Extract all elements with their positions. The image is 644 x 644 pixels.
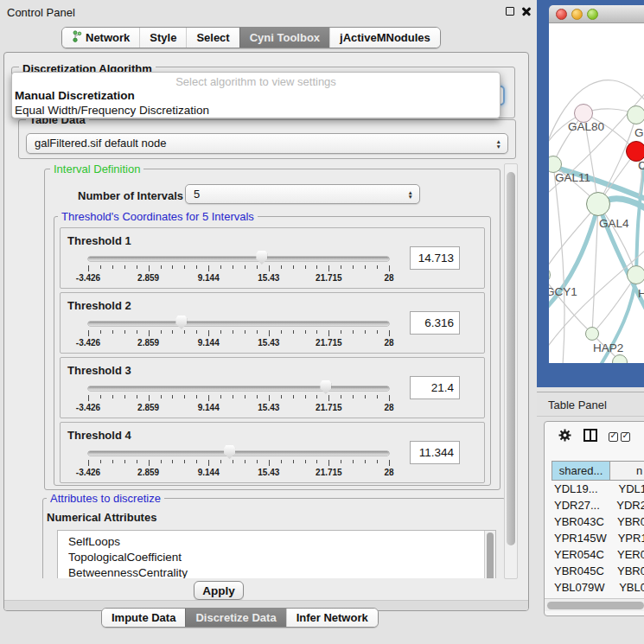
slider-thumb[interactable] bbox=[320, 380, 331, 394]
network-canvas[interactable]: GAL80GCGAL11GAL4GCY1HHAP2 bbox=[549, 23, 644, 363]
algorithm-placeholder-option[interactable]: Select algorithm to view settings bbox=[12, 73, 500, 88]
attributes-list-scrollbar[interactable] bbox=[484, 531, 495, 578]
tab-infer-network-label: Infer Network bbox=[296, 611, 368, 624]
tab-style[interactable]: Style bbox=[139, 28, 186, 48]
tab-network[interactable]: Network bbox=[62, 28, 139, 48]
table-row[interactable]: YBR045CYBR0 bbox=[552, 563, 644, 579]
thresholds-group-title: Threshold's Coordinates for 5 Intervals bbox=[58, 210, 258, 223]
number-of-intervals-combo[interactable]: 5 ▲▼ bbox=[185, 184, 420, 204]
tab-discretize-data[interactable]: Discretize Data bbox=[185, 609, 285, 627]
tick-label: 21.715 bbox=[316, 468, 342, 477]
tab-cyni-toolbox[interactable]: Cyni Toolbox bbox=[239, 28, 329, 48]
column-header-name[interactable]: n bbox=[610, 462, 644, 480]
attribute-list-item[interactable]: SelfLoops bbox=[58, 534, 495, 550]
close-panel-icon[interactable] bbox=[521, 6, 532, 16]
table-panel-toolbar bbox=[545, 422, 644, 451]
table-row[interactable]: YER054CYER0 bbox=[552, 546, 644, 563]
slider-thumb[interactable] bbox=[175, 316, 187, 329]
scrollbar-thumb[interactable] bbox=[547, 602, 644, 609]
threshold-row: Threshold 4-3.4262.8599.14415.4321.71528 bbox=[60, 422, 485, 483]
close-traffic-light[interactable] bbox=[556, 9, 567, 20]
column-header-shared-name[interactable]: shared... bbox=[552, 462, 610, 480]
network-node[interactable] bbox=[627, 265, 644, 284]
network-node-label: HAP2 bbox=[593, 341, 623, 354]
split-columns-icon[interactable] bbox=[583, 429, 597, 444]
tab-select[interactable]: Select bbox=[186, 28, 239, 48]
table-data-combo[interactable]: galFiltered.sif default node ▲▼ bbox=[26, 133, 508, 154]
tick-label: 15.43 bbox=[258, 338, 279, 348]
table-row[interactable]: YIL052CYIL0 bbox=[552, 612, 644, 616]
algorithm-option-manual[interactable]: Manual Discretization bbox=[12, 88, 500, 103]
slider-ticks bbox=[88, 330, 389, 338]
tick-label: 21.715 bbox=[316, 273, 342, 283]
tab-jactivemnodules[interactable]: jActiveMNodules bbox=[329, 28, 440, 48]
table-column-headers: shared... n bbox=[552, 461, 644, 481]
threshold-value-field[interactable] bbox=[410, 441, 460, 464]
tick-label: 28 bbox=[384, 338, 393, 348]
checkbox-checked-icon[interactable] bbox=[609, 432, 618, 442]
threshold-value-field[interactable] bbox=[410, 246, 460, 270]
gear-icon[interactable] bbox=[558, 428, 572, 445]
interval-definition-group-title: Interval Definition bbox=[50, 163, 143, 175]
table-cell-shared-name: YDL19... bbox=[552, 482, 607, 495]
float-window-icon[interactable] bbox=[506, 7, 514, 16]
slider-track bbox=[88, 322, 389, 326]
settings-vertical-scrollbar[interactable] bbox=[504, 163, 518, 579]
attributes-group-title: Attributes to discretize bbox=[47, 492, 164, 505]
table-panel-title: Table Panel bbox=[548, 399, 607, 411]
table-row[interactable]: YDR27...YDR2 bbox=[552, 497, 644, 513]
network-node[interactable] bbox=[627, 105, 644, 124]
slider-thumb[interactable] bbox=[224, 445, 235, 459]
slider-ticks bbox=[88, 395, 389, 403]
table-cell-name: YDL1 bbox=[607, 482, 644, 495]
table-cell-name: YPR1 bbox=[607, 532, 644, 545]
tab-impute-data[interactable]: Impute Data bbox=[102, 609, 185, 627]
tick-label: 2.859 bbox=[137, 338, 159, 348]
checkbox-checked-icon[interactable] bbox=[621, 432, 630, 442]
table-horizontal-scrollbar[interactable] bbox=[545, 598, 644, 611]
slider-thumb[interactable] bbox=[256, 251, 267, 265]
network-window-titlebar[interactable] bbox=[549, 5, 644, 23]
table-cell-name: YIL0 bbox=[610, 614, 644, 616]
top-tab-bar: Network Style Select Cyni Toolbox jActiv… bbox=[61, 27, 441, 48]
network-icon bbox=[72, 30, 82, 45]
attribute-list-item[interactable]: TopologicalCoefficient bbox=[58, 550, 495, 565]
slider-ticks bbox=[88, 460, 389, 468]
network-node[interactable] bbox=[586, 192, 610, 216]
cyni-toolbox-panel: Discretization Algorithm Select algorith… bbox=[3, 52, 529, 611]
tick-label: 2.859 bbox=[137, 403, 159, 412]
scrollbar-thumb[interactable] bbox=[487, 532, 494, 578]
tab-infer-network[interactable]: Infer Network bbox=[286, 609, 378, 627]
table-row[interactable]: YPR145WYPR1 bbox=[552, 530, 644, 546]
threshold-label: Threshold 2 bbox=[67, 299, 131, 312]
scrollbar-thumb[interactable] bbox=[507, 172, 515, 545]
zoom-traffic-light[interactable] bbox=[587, 9, 598, 20]
threshold-row: Threshold 2-3.4262.8599.14415.4321.71528 bbox=[60, 292, 485, 354]
tick-label: 28 bbox=[384, 403, 393, 412]
attributes-group: Attributes to discretize Numerical Attri… bbox=[42, 498, 504, 578]
table-row[interactable]: YBR043CYBR0 bbox=[552, 513, 644, 530]
apply-button[interactable]: Apply bbox=[194, 581, 244, 600]
minimize-traffic-light[interactable] bbox=[571, 9, 583, 20]
thresholds-group: Threshold's Coordinates for 5 Intervals … bbox=[54, 216, 491, 486]
threshold-label: Threshold 3 bbox=[67, 364, 131, 377]
spinner-arrows-icon: ▲▼ bbox=[496, 139, 501, 149]
spinner-arrows-icon: ▲▼ bbox=[408, 189, 413, 199]
slider-track bbox=[88, 386, 389, 391]
threshold-value-field[interactable] bbox=[410, 311, 460, 335]
column-visibility-checkboxes[interactable] bbox=[609, 432, 630, 442]
threshold-value-field[interactable] bbox=[410, 376, 460, 399]
table-row[interactable]: YDL19...YDL1 bbox=[552, 481, 644, 497]
slider-tick-labels: -3.4262.8599.14415.4321.71528 bbox=[88, 338, 389, 348]
interval-definition-group: Interval Definition Number of Intervals … bbox=[44, 169, 501, 490]
threshold-rows: Threshold 1-3.4262.8599.14415.4321.71528… bbox=[60, 227, 485, 487]
attribute-list-item[interactable]: BetweennessCentrality bbox=[58, 565, 495, 578]
network-node-label: GAL11 bbox=[555, 171, 590, 184]
numerical-attributes-list[interactable]: SelfLoopsTopologicalCoefficientBetweenne… bbox=[57, 530, 496, 578]
network-node-label: H bbox=[638, 287, 644, 300]
tick-label: 9.144 bbox=[198, 468, 220, 477]
table-cell-name: YBR0 bbox=[606, 515, 644, 528]
table-row[interactable]: YBL079WYBL0 bbox=[552, 579, 644, 596]
algorithm-option-equal-width[interactable]: Equal Width/Frequency Discretization bbox=[12, 103, 500, 118]
network-node[interactable] bbox=[585, 327, 599, 341]
